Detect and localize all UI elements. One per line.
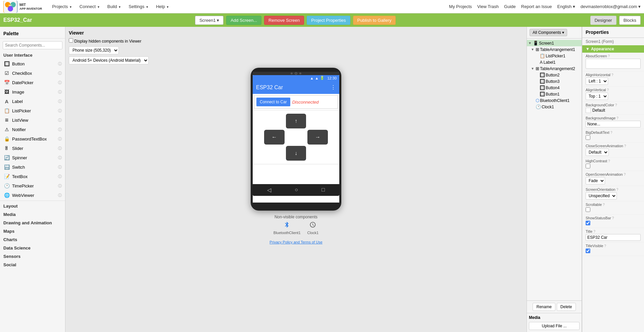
- closescreenanimation-help[interactable]: ?: [624, 144, 626, 148]
- palette-item-image[interactable]: 🖼 Image ⓘ: [0, 87, 65, 97]
- up-button[interactable]: ↑: [286, 114, 306, 128]
- tree-tablearrangement2[interactable]: ▼ ⊞ TableArrangement2: [527, 65, 582, 72]
- connect-to-car-button[interactable]: Connect to Car: [256, 98, 290, 106]
- palette-item-label[interactable]: A Label ⓘ: [0, 97, 65, 106]
- menu-connect[interactable]: Connect ▾: [76, 3, 103, 10]
- tree-listpicker1[interactable]: 📋 ListPicker1: [527, 53, 582, 59]
- category-media[interactable]: Media: [0, 210, 65, 218]
- screen1-button[interactable]: Screen1 ▾: [195, 16, 224, 25]
- palette-item-timepicker[interactable]: 🕐 TimePicker ⓘ: [0, 181, 65, 190]
- showstatusbar-checkbox[interactable]: [586, 221, 590, 225]
- back-button[interactable]: ◁: [267, 187, 271, 193]
- title-help[interactable]: ?: [593, 230, 595, 233]
- backgroundcolor-swatch[interactable]: [586, 108, 591, 113]
- hidden-components-checkbox[interactable]: [69, 38, 73, 43]
- home-button[interactable]: ○: [295, 187, 298, 193]
- right-button[interactable]: →: [307, 130, 328, 145]
- all-components-button[interactable]: All Components ▾: [530, 29, 567, 36]
- category-drawing[interactable]: Drawing and Animation: [0, 218, 65, 227]
- screenorientation-help[interactable]: ?: [616, 188, 618, 191]
- menu-settings[interactable]: Settings ▾: [125, 3, 151, 10]
- bluetooth1-icon: ⬡: [536, 98, 539, 103]
- remove-screen-button[interactable]: Remove Screen: [264, 16, 304, 25]
- user-account[interactable]: devmasterroblox@gmail.com ▾: [581, 4, 641, 9]
- screenorientation-select[interactable]: Unspecified: [586, 192, 617, 200]
- delete-button[interactable]: Delete: [557, 303, 576, 311]
- showstatusbar-help[interactable]: ?: [612, 216, 614, 220]
- report-issue-link[interactable]: Report an Issue: [521, 4, 552, 9]
- highcontrast-checkbox[interactable]: [586, 164, 590, 168]
- backgroundimage-help[interactable]: ?: [616, 116, 618, 120]
- openscreenanimation-select[interactable]: Fade: [586, 177, 605, 184]
- phone-content: Connect to Car Disconnected ↑ ←: [253, 95, 339, 184]
- tree-button4[interactable]: 🔲 Button4: [527, 85, 582, 91]
- tree-button2[interactable]: 🔲 Button2: [527, 72, 582, 78]
- palette-item-textbox[interactable]: 📝 TextBox ⓘ: [0, 172, 65, 181]
- closescreenanimation-select[interactable]: Default: [586, 149, 609, 156]
- palette-item-listpicker[interactable]: 📋 ListPicker ⓘ: [0, 106, 65, 115]
- logo[interactable]: MIT MIT APP INVENTOR: [3, 1, 42, 13]
- alignvertical-help[interactable]: ?: [607, 88, 609, 92]
- alignhorizontal-select[interactable]: Left : 1: [586, 77, 608, 85]
- tree-label1[interactable]: A Label1: [527, 59, 582, 65]
- bigdefaulttext-help[interactable]: ?: [610, 131, 612, 134]
- palette-item-switch[interactable]: 🔛 Switch ⓘ: [0, 162, 65, 172]
- rename-button[interactable]: Rename: [533, 303, 555, 311]
- tree-button3[interactable]: 🔲 Button3: [527, 78, 582, 85]
- aboutscreen-help[interactable]: ?: [608, 54, 610, 58]
- android-version-select[interactable]: Android 5+ Devices (Android Material): [69, 56, 149, 64]
- down-button[interactable]: ↓: [286, 146, 306, 161]
- palette-item-notifier[interactable]: ⚠ Notifier ⓘ: [0, 125, 65, 134]
- alignvertical-select[interactable]: Top : 1: [586, 93, 608, 100]
- scrollable-help[interactable]: ?: [603, 203, 605, 207]
- tree-button1[interactable]: 🔲 Button1: [527, 91, 582, 97]
- blocks-button[interactable]: Blocks: [619, 16, 641, 25]
- designer-button[interactable]: Designer: [590, 16, 616, 25]
- recents-button[interactable]: □: [321, 187, 325, 193]
- publish-gallery-button[interactable]: Publish to Gallery: [353, 16, 396, 25]
- menu-build[interactable]: Build ▾: [104, 3, 124, 10]
- guide-link[interactable]: Guide: [504, 4, 516, 9]
- category-sensors[interactable]: Sensors: [0, 252, 65, 260]
- palette-item-passwordtextbox[interactable]: 🔒 PasswordTextBox ⓘ: [0, 134, 65, 144]
- category-social[interactable]: Social: [0, 260, 65, 269]
- alignhorizontal-help[interactable]: ?: [611, 73, 613, 77]
- language-selector[interactable]: English ▾: [557, 4, 575, 9]
- menu-projects[interactable]: Projects ▾: [49, 3, 75, 10]
- upload-file-button[interactable]: Upload File ...: [529, 322, 580, 330]
- view-trash-link[interactable]: View Trash: [477, 4, 499, 9]
- aboutscreen-input[interactable]: [586, 59, 641, 69]
- tree-screen1[interactable]: ▼ 📱 Screen1: [527, 40, 582, 46]
- palette-item-webviewer[interactable]: 🌐 WebViewer ⓘ: [0, 190, 65, 200]
- palette-search-input[interactable]: [3, 41, 62, 49]
- palette-item-slider[interactable]: 🎚 Slider ⓘ: [0, 144, 65, 153]
- menu-help[interactable]: Help ▾: [153, 3, 172, 10]
- add-screen-button[interactable]: Add Screen...: [226, 16, 261, 25]
- palette-item-listview[interactable]: ≡ ListView ⓘ: [0, 115, 65, 125]
- project-properties-button[interactable]: Project Properties: [307, 16, 350, 25]
- category-charts[interactable]: Charts: [0, 235, 65, 243]
- palette-item-datepicker[interactable]: 📅 DatePicker ⓘ: [0, 78, 65, 87]
- scrollable-checkbox[interactable]: [586, 207, 590, 212]
- category-datascience[interactable]: Data Science: [0, 243, 65, 252]
- tree-tablearrangement1[interactable]: ▼ ⊞ TableArrangement1: [527, 46, 582, 53]
- palette-item-spinner[interactable]: 🔄 Spinner ⓘ: [0, 153, 65, 162]
- title-input[interactable]: [586, 234, 641, 241]
- phone-size-select[interactable]: Phone size (505,320): [69, 46, 119, 54]
- openscreenanimation-help[interactable]: ?: [624, 173, 626, 176]
- highcontrast-help[interactable]: ?: [608, 159, 610, 163]
- titlevisible-checkbox[interactable]: [586, 248, 590, 253]
- category-maps[interactable]: Maps: [0, 227, 65, 235]
- category-layout[interactable]: Layout: [0, 202, 65, 210]
- backgroundimage-input[interactable]: [586, 121, 641, 127]
- my-projects-link[interactable]: My Projects: [449, 4, 472, 9]
- tree-clock1[interactable]: 🕐 Clock1: [527, 104, 582, 110]
- titlevisible-help[interactable]: ?: [604, 244, 606, 248]
- backgroundcolor-help[interactable]: ?: [615, 103, 617, 107]
- bigdefaulttext-checkbox[interactable]: [586, 135, 590, 140]
- tree-bluetoothclient1[interactable]: ⬡ BluetoothClient1: [527, 97, 582, 104]
- palette-item-button[interactable]: 🔲 Button ⓘ: [0, 59, 65, 68]
- palette-item-checkbox[interactable]: ☑ CheckBox ⓘ: [0, 68, 65, 78]
- privacy-policy-link[interactable]: Privacy Policy and Terms of Use: [69, 240, 523, 244]
- left-button[interactable]: ←: [264, 130, 285, 145]
